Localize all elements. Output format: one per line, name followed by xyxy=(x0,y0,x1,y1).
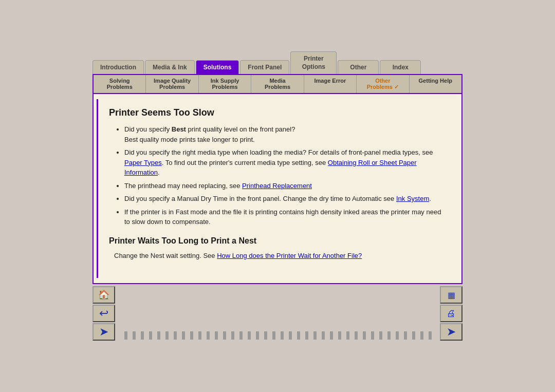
tab-solutions[interactable]: Solutions xyxy=(196,60,239,74)
bullet-1: Did you specify Best print quality level… xyxy=(124,124,446,144)
section1-bullets: Did you specify Best print quality level… xyxy=(124,124,446,227)
nest-description: Change the Nest wait setting. See How Lo… xyxy=(114,251,446,261)
other-problems-label: Other Problems ✓ xyxy=(367,78,399,90)
tab-other-problems[interactable]: Other Problems ✓ xyxy=(357,75,409,93)
back-button[interactable]: ↩ xyxy=(92,305,115,322)
main-content: Printer Seems Too Slow Did you specify B… xyxy=(92,94,462,284)
print-button[interactable]: 🖨 xyxy=(440,305,462,322)
back-icon: ↩ xyxy=(99,307,108,320)
link-paper-types[interactable]: Paper Types xyxy=(124,159,162,166)
link-printhead[interactable]: Printhead Replacement xyxy=(242,182,312,190)
section1-title: Printer Seems Too Slow xyxy=(109,107,446,118)
home-button[interactable]: 🏠 xyxy=(92,286,115,304)
printer-options-label: PrinterOptions xyxy=(302,55,325,70)
tab-index[interactable]: Index xyxy=(380,60,421,74)
tab-printer-options[interactable]: PrinterOptions xyxy=(290,51,337,74)
link-nest-wait[interactable]: How Long does the Printer Wait for Anoth… xyxy=(217,252,362,259)
bold-best: Best xyxy=(172,125,186,133)
media-problems-label: Media Problems xyxy=(265,78,290,90)
tab-other[interactable]: Other xyxy=(338,60,379,74)
contents-icon: ▦ xyxy=(448,290,455,300)
tab-solving-problems[interactable]: Solving Problems xyxy=(94,75,146,93)
right-nav-buttons: ▦ 🖨 ➤ xyxy=(440,286,462,341)
tab-front-panel[interactable]: Front Panel xyxy=(240,60,289,74)
bullet-4: Did you specify a Manual Dry Time in the… xyxy=(124,194,446,204)
bullet-2: Did you specify the right media type whe… xyxy=(124,147,446,178)
forward-left-icon: ➤ xyxy=(99,325,108,339)
tab-getting-help[interactable]: Getting Help xyxy=(410,75,461,93)
tab-media-ink[interactable]: Media & Ink xyxy=(145,60,195,74)
solving-problems-label: Solving Problems xyxy=(107,78,133,90)
link-ink-system[interactable]: Ink System xyxy=(396,195,429,202)
tab-image-error[interactable]: Image Error xyxy=(304,75,357,93)
image-error-label: Image Error xyxy=(314,78,346,84)
home-icon: 🏠 xyxy=(98,289,109,301)
left-nav-buttons: 🏠 ↩ ➤ xyxy=(92,286,115,341)
ink-supply-label: Ink SupplyProblems xyxy=(211,78,239,90)
contents-button[interactable]: ▦ xyxy=(440,286,462,304)
link-roll-sheet[interactable]: Obtaining Roll or Sheet Paper Informatio… xyxy=(124,159,417,177)
print-icon: 🖨 xyxy=(447,308,456,319)
tab-ink-supply[interactable]: Ink SupplyProblems xyxy=(199,75,251,93)
bottom-navigation: 🏠 ↩ ➤ ▦ 🖨 ➤ xyxy=(92,286,462,341)
spiral-decoration xyxy=(120,331,435,340)
tab-introduction[interactable]: Introduction xyxy=(92,60,144,74)
next-button[interactable]: ➤ xyxy=(440,323,462,341)
getting-help-label: Getting Help xyxy=(419,78,452,84)
section2-title: Printer Waits Too Long to Print a Nest xyxy=(109,236,446,246)
bullet-3: The printhead may need replacing, see Pr… xyxy=(124,181,446,191)
bullet-5: If the printer is in Fast mode and the f… xyxy=(124,207,446,227)
tab-media-problems[interactable]: Media Problems xyxy=(251,75,304,93)
image-quality-label: Image QualityProblems xyxy=(154,78,191,90)
next-icon: ➤ xyxy=(447,325,456,339)
tab-image-quality[interactable]: Image QualityProblems xyxy=(146,75,198,93)
forward-left-button[interactable]: ➤ xyxy=(92,323,115,341)
